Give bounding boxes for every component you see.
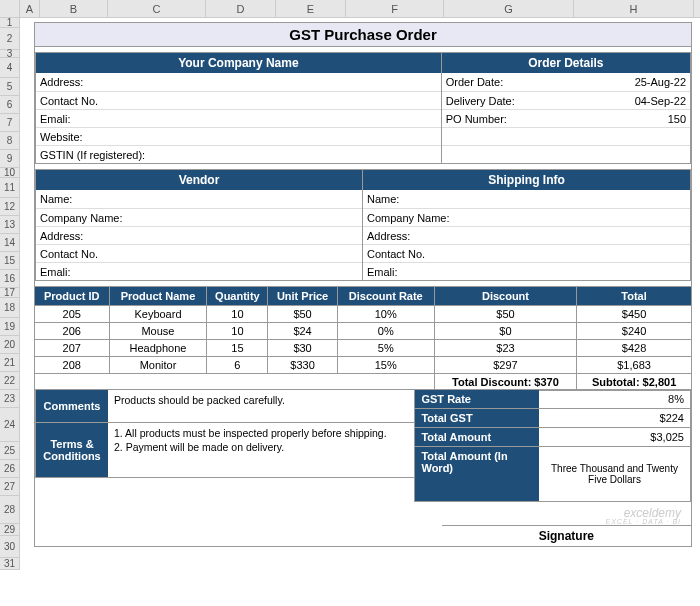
column-headers: ABCDEFGH (0, 0, 700, 18)
col-header[interactable]: H (574, 0, 694, 17)
col-header[interactable]: E (276, 0, 346, 17)
col-header[interactable]: B (40, 0, 108, 17)
col-header[interactable]: D (206, 0, 276, 17)
col-header[interactable]: A (20, 0, 40, 17)
col-header[interactable]: F (346, 0, 444, 17)
col-header[interactable]: G (444, 0, 574, 17)
col-header[interactable]: C (108, 0, 206, 17)
